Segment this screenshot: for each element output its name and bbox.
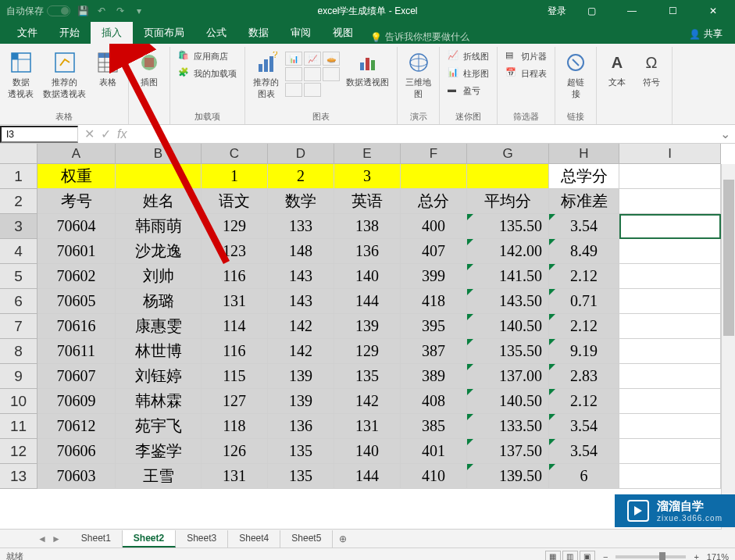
cell-B1[interactable] (116, 164, 202, 189)
minimize-icon[interactable]: — (616, 0, 648, 22)
cell-E12[interactable]: 140 (334, 439, 401, 464)
sheet-tab-sheet5[interactable]: Sheet5 (280, 530, 333, 548)
cell-A4[interactable]: 70601 (37, 239, 116, 264)
sheet-nav-next-icon[interactable]: ► (52, 533, 61, 544)
cell-H6[interactable]: 0.71 (549, 289, 619, 314)
cell-B9[interactable]: 刘钰婷 (116, 364, 202, 389)
formula-bar[interactable] (133, 133, 715, 136)
cell-F9[interactable]: 389 (401, 364, 467, 389)
cell-C2[interactable]: 语文 (202, 189, 268, 214)
cell-H11[interactable]: 3.54 (549, 414, 619, 439)
cell-D8[interactable]: 142 (268, 339, 334, 364)
col-header-E[interactable]: E (334, 144, 401, 164)
login-label[interactable]: 登录 (548, 5, 566, 18)
cell-C5[interactable]: 116 (202, 264, 268, 289)
cell-A13[interactable]: 70603 (37, 464, 116, 489)
cell-D2[interactable]: 数学 (268, 189, 334, 214)
cell-I10[interactable] (619, 389, 721, 414)
tab-home[interactable]: 开始 (48, 22, 91, 44)
chart-statistic-icon[interactable] (304, 67, 321, 81)
cell-I9[interactable] (619, 364, 721, 389)
maximize-icon[interactable]: ☐ (657, 0, 688, 22)
cell-B7[interactable]: 康惠雯 (116, 314, 202, 339)
cell-C13[interactable]: 131 (202, 464, 268, 489)
cell-E6[interactable]: 144 (334, 289, 401, 314)
pivot-chart-button[interactable]: 数据透视图 (343, 48, 392, 90)
cell-G12[interactable]: 137.50 (467, 439, 549, 464)
formula-expand-icon[interactable]: ⌄ (715, 127, 735, 141)
ribbon-display-icon[interactable]: ▢ (576, 0, 607, 22)
cell-E9[interactable]: 135 (334, 364, 401, 389)
qat-dropdown-icon[interactable]: ▾ (133, 5, 145, 17)
col-header-C[interactable]: C (202, 144, 268, 164)
cell-E10[interactable]: 142 (334, 389, 401, 414)
illustrations-button[interactable]: 插图 (134, 48, 165, 90)
table-button[interactable]: 表格 (92, 48, 123, 90)
recommended-charts-button[interactable]: ? 推荐的 图表 (250, 48, 282, 102)
cell-E4[interactable]: 136 (334, 239, 401, 264)
cell-B10[interactable]: 韩林霖 (116, 389, 202, 414)
cell-H8[interactable]: 9.19 (549, 339, 619, 364)
col-header-I[interactable]: I (619, 144, 721, 164)
sparkline-winloss-button[interactable]: ▬ 盈亏 (444, 83, 492, 98)
cell-I11[interactable] (619, 414, 721, 439)
cancel-icon[interactable]: ✕ (84, 127, 95, 141)
row-header-11[interactable]: 11 (0, 414, 37, 439)
cell-E8[interactable]: 129 (334, 339, 401, 364)
cell-F2[interactable]: 总分 (401, 189, 467, 214)
view-page-layout-icon[interactable]: ▥ (562, 551, 578, 561)
col-header-F[interactable]: F (401, 144, 467, 164)
sheet-tab-sheet3[interactable]: Sheet3 (176, 530, 228, 548)
text-button[interactable]: A 文本 (601, 48, 633, 90)
save-icon[interactable]: 💾 (77, 5, 89, 17)
cell-F5[interactable]: 399 (401, 264, 467, 289)
cell-G6[interactable]: 143.50 (467, 289, 549, 314)
sheet-tab-sheet4[interactable]: Sheet4 (228, 530, 280, 548)
tab-insert[interactable]: 插入 (91, 22, 133, 44)
cell-I8[interactable] (619, 339, 721, 364)
zoom-out-icon[interactable]: − (603, 552, 608, 561)
col-header-A[interactable]: A (37, 144, 116, 164)
recommended-pivot-button[interactable]: 推荐的 数据透视表 (40, 48, 89, 102)
cell-G11[interactable]: 133.50 (467, 414, 549, 439)
cell-B12[interactable]: 李鉴学 (116, 439, 202, 464)
cell-B6[interactable]: 杨璐 (116, 289, 202, 314)
pivot-table-button[interactable]: 数据 透视表 (5, 48, 37, 102)
cell-C7[interactable]: 114 (202, 314, 268, 339)
tell-me-search[interactable]: 💡 告诉我你想要做什么 (370, 30, 469, 44)
col-header-G[interactable]: G (467, 144, 549, 164)
cell-F1[interactable] (401, 164, 467, 189)
cell-G4[interactable]: 142.00 (467, 239, 549, 264)
cell-D9[interactable]: 139 (268, 364, 334, 389)
vertical-scrollbar[interactable] (721, 164, 735, 530)
cell-G8[interactable]: 135.50 (467, 339, 549, 364)
row-header-10[interactable]: 10 (0, 389, 37, 414)
add-sheet-button[interactable]: ⊕ (333, 531, 353, 547)
cell-B13[interactable]: 王雪 (116, 464, 202, 489)
row-header-1[interactable]: 1 (0, 164, 37, 189)
cell-B2[interactable]: 姓名 (116, 189, 202, 214)
cell-H1[interactable]: 总学分 (549, 164, 619, 189)
cell-D7[interactable]: 142 (268, 314, 334, 339)
undo-icon[interactable]: ↶ (95, 5, 108, 17)
col-header-B[interactable]: B (116, 144, 202, 164)
tab-file[interactable]: 文件 (6, 22, 48, 44)
chart-pie-icon[interactable]: 🥧 (323, 52, 340, 66)
cell-I13[interactable] (619, 464, 721, 489)
cell-B4[interactable]: 沙龙逸 (116, 239, 202, 264)
cell-D5[interactable]: 143 (268, 264, 334, 289)
tab-review[interactable]: 审阅 (280, 22, 322, 44)
cell-H12[interactable]: 3.54 (549, 439, 619, 464)
row-header-6[interactable]: 6 (0, 289, 37, 314)
sparkline-column-button[interactable]: 📊 柱形图 (444, 66, 492, 81)
cell-I1[interactable] (619, 164, 721, 189)
fx-icon[interactable]: fx (117, 127, 127, 141)
cell-G7[interactable]: 140.50 (467, 314, 549, 339)
tab-view[interactable]: 视图 (322, 22, 364, 44)
cell-C11[interactable]: 118 (202, 414, 268, 439)
cell-C6[interactable]: 131 (202, 289, 268, 314)
cell-F3[interactable]: 400 (401, 214, 467, 239)
chart-column-icon[interactable]: 📊 (285, 52, 302, 66)
cell-H9[interactable]: 2.83 (549, 364, 619, 389)
col-header-H[interactable]: H (549, 144, 619, 164)
